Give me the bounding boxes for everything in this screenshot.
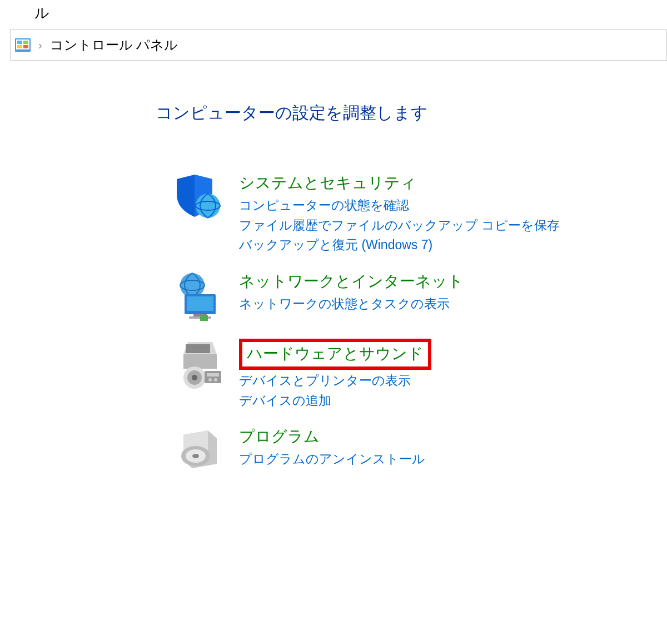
svg-point-19	[192, 375, 197, 380]
svg-point-8	[180, 273, 205, 298]
svg-rect-2	[17, 41, 22, 44]
network-icon	[172, 270, 226, 323]
hardware-icon	[172, 338, 226, 391]
category-link[interactable]: デバイスとプリンターの表示	[239, 371, 431, 391]
category-link[interactable]: デバイスの追加	[239, 391, 431, 411]
svg-rect-16	[186, 344, 210, 353]
category-hardware-sound: ハードウェアとサウンド デバイスとプリンターの表示 デバイスの追加	[172, 338, 667, 410]
svg-rect-3	[23, 41, 28, 44]
category-link[interactable]: ファイル履歴でファイルのバックアップ コピーを保存	[239, 216, 560, 236]
category-title[interactable]: ハードウェアとサウンド	[247, 343, 424, 364]
category-link[interactable]: バックアップと復元 (Windows 7)	[239, 235, 560, 255]
breadcrumb[interactable]: › コントロール パネル	[10, 29, 667, 61]
window-title-fragment: ル	[0, 0, 667, 29]
main-content: コンピューターの設定を調整します システムとセキュリティ コンピューターの状態を…	[0, 61, 667, 478]
category-title[interactable]: システムとセキュリティ	[239, 172, 416, 194]
svg-point-26	[192, 454, 199, 458]
control-panel-icon	[15, 38, 31, 52]
category-system-security: システムとセキュリティ コンピューターの状態を確認 ファイル履歴でファイルのバッ…	[172, 171, 667, 255]
svg-point-6	[196, 194, 220, 218]
svg-rect-15	[183, 354, 217, 369]
category-title[interactable]: ネットワークとインターネット	[239, 271, 464, 292]
category-title[interactable]: プログラム	[239, 426, 320, 447]
category-link[interactable]: プログラムのアンインストール	[239, 449, 425, 469]
svg-point-23	[214, 378, 217, 382]
svg-rect-4	[17, 45, 22, 48]
breadcrumb-location[interactable]: コントロール パネル	[50, 36, 178, 54]
category-programs: プログラム プログラムのアンインストール	[172, 425, 667, 478]
programs-icon	[172, 425, 226, 478]
shield-icon	[172, 171, 226, 225]
svg-rect-20	[205, 371, 221, 383]
category-link[interactable]: ネットワークの状態とタスクの表示	[239, 294, 464, 314]
category-network-internet: ネットワークとインターネット ネットワークの状態とタスクの表示	[172, 270, 667, 323]
highlight-marker: ハードウェアとサウンド	[239, 339, 431, 370]
category-list: システムとセキュリティ コンピューターの状態を確認 ファイル履歴でファイルのバッ…	[156, 171, 667, 478]
svg-rect-21	[207, 373, 219, 377]
svg-rect-5	[23, 45, 28, 48]
svg-rect-14	[200, 315, 208, 321]
category-link[interactable]: コンピューターの状態を確認	[239, 196, 560, 216]
svg-rect-11	[187, 296, 213, 311]
page-title: コンピューターの設定を調整します	[156, 102, 667, 125]
chevron-right-icon: ›	[38, 39, 42, 52]
svg-point-22	[208, 378, 212, 382]
